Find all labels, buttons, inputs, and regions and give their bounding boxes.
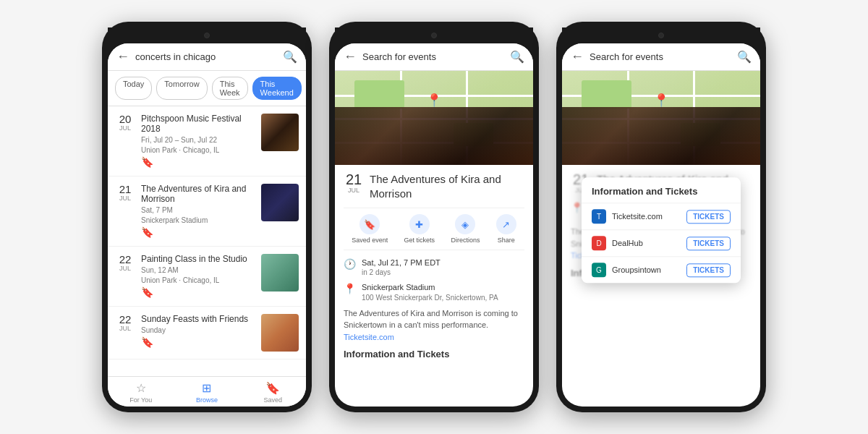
search-input-2[interactable]: Search for events <box>362 51 504 62</box>
event-sub1-3: Sun, 12 AM <box>141 265 255 276</box>
event-sub2-2: Snickerpark Stadium <box>141 216 255 226</box>
map-green-1-3 <box>582 80 631 109</box>
thumb-img-3 <box>261 254 299 292</box>
back-arrow-2[interactable]: ← <box>344 49 357 64</box>
nav-saved[interactable]: 🔖 Saved <box>240 381 306 404</box>
back-arrow-3[interactable]: ← <box>571 49 584 64</box>
crowd-img-3 <box>562 107 760 165</box>
event-list-1: 20 JUL Pitchspoon Music Festival 2018 Fr… <box>108 106 306 376</box>
modal-title: Information and Tickets <box>582 177 741 203</box>
detail-row-time: 🕐 Sat, Jul 21, 7 PM EDT in 2 days <box>344 258 524 276</box>
nav-label-for-you: For You <box>129 396 152 404</box>
event-date-month-4: JUL <box>119 325 131 332</box>
event-thumb-4 <box>261 314 299 352</box>
event-title-text-2: The Adventures of Kira and Morrison <box>370 172 524 200</box>
event-date-num-1: 20 <box>119 114 132 124</box>
scene: ← concerts in chicago 🔍 Today Tomorrow T… <box>0 0 868 434</box>
event-date-3: 22 JUL <box>115 254 135 299</box>
event-header-date-2: 21 JUL <box>344 172 364 194</box>
event-date-4: 22 JUL <box>115 314 135 352</box>
action-get-tickets[interactable]: ✚ Get tickets <box>404 214 435 244</box>
action-share[interactable]: ↗ Share <box>496 214 516 244</box>
list-item[interactable]: 22 JUL Painting Class in the Studio Sun,… <box>108 247 306 307</box>
event-link-2[interactable]: Ticketsite.com <box>344 333 394 341</box>
map-area-3: 📍 <box>562 71 760 165</box>
crowd-img-2 <box>335 107 533 165</box>
back-arrow-1[interactable]: ← <box>116 49 129 64</box>
directions-icon: ◈ <box>455 214 475 234</box>
camera-2 <box>431 33 437 38</box>
nav-browse[interactable]: ⊞ Browse <box>174 381 239 404</box>
action-label-share: Share <box>498 237 515 244</box>
event-venue-address: 100 West Snickerpark Dr, Snickertown, PA <box>362 294 498 302</box>
search-icon-2[interactable]: 🔍 <box>510 50 524 64</box>
event-date-num-2: 21 <box>119 184 132 195</box>
groupsintown-name: Groupsintown <box>612 265 681 274</box>
event-title-1: Pitchspoon Music Festival 2018 <box>141 114 255 134</box>
tickets-modal: Information and Tickets T Ticketsite.com… <box>582 177 741 283</box>
event-date-2: 21 JUL <box>115 184 135 239</box>
event-date-1: 20 JUL <box>115 114 135 169</box>
event-info-2: The Adventures of Kira and Morrison Sat,… <box>141 184 255 239</box>
phone-3: ← Search for events 🔍 📍 <box>556 22 766 412</box>
get-tickets-icon: ✚ <box>409 214 430 234</box>
action-saved-event[interactable]: 🔖 Saved event <box>352 214 388 244</box>
search-input-3[interactable]: Search for events <box>590 51 731 62</box>
event-info-3: Painting Class in the Studio Sun, 12 AM … <box>141 254 255 299</box>
event-date-month-1: JUL <box>119 124 131 132</box>
dealhub-btn[interactable]: TICKETS <box>686 237 731 250</box>
bookmark-icon-4[interactable]: 🔖 <box>141 336 153 348</box>
action-row-2: 🔖 Saved event ✚ Get tickets ◈ Directions… <box>344 208 524 250</box>
list-item[interactable]: 21 JUL The Adventures of Kira and Morris… <box>108 176 306 247</box>
event-date-num-3: 22 <box>119 254 132 265</box>
dealhub-name: DealHub <box>612 239 681 247</box>
modal-row-groupsintown[interactable]: G Groupsintown TICKETS <box>582 256 741 283</box>
event-thumb-1 <box>261 114 299 151</box>
action-label-directions: Directions <box>451 237 480 244</box>
map-pin-3: 📍 <box>653 93 669 109</box>
map-crowd-2 <box>335 107 533 165</box>
detail-time-info: Sat, Jul 21, 7 PM EDT in 2 days <box>362 258 441 276</box>
list-item[interactable]: 20 JUL Pitchspoon Music Festival 2018 Fr… <box>108 106 306 176</box>
ticketsite-btn[interactable]: TICKETS <box>686 210 731 224</box>
event-venue: Snickerpark Stadium <box>362 282 498 293</box>
nav-label-browse: Browse <box>196 396 218 404</box>
camera-3 <box>658 33 664 38</box>
list-item[interactable]: 22 JUL Sunday Feasts with Friends Sunday… <box>108 307 306 359</box>
phone-top-bar-2 <box>335 27 533 43</box>
event-sub1-4: Sunday <box>141 326 255 336</box>
phone-screen-1: ← concerts in chicago 🔍 Today Tomorrow T… <box>108 43 306 407</box>
modal-row-ticketsite[interactable]: T Ticketsite.com TICKETS <box>582 203 741 229</box>
modal-row-dealhub[interactable]: D DealHub TICKETS <box>582 229 741 256</box>
filter-tomorrow[interactable]: Tomorrow <box>156 77 207 100</box>
action-label-tickets: Get tickets <box>404 237 435 244</box>
search-bar-3: ← Search for events 🔍 <box>562 43 760 71</box>
filter-today[interactable]: Today <box>115 77 152 100</box>
phone-2: ← Search for events 🔍 📍 <box>329 22 539 412</box>
action-directions[interactable]: ◈ Directions <box>451 214 480 244</box>
thumb-img-2 <box>261 184 299 221</box>
filter-this-weekend[interactable]: This Weekend <box>252 77 302 100</box>
search-icon-1[interactable]: 🔍 <box>283 50 297 64</box>
bookmark-icon-2[interactable]: 🔖 <box>141 226 153 238</box>
event-header-2: 21 JUL The Adventures of Kira and Morris… <box>344 172 524 200</box>
phone-screen-2: ← Search for events 🔍 📍 <box>335 43 533 407</box>
groupsintown-btn[interactable]: TICKETS <box>686 263 731 277</box>
thumb-img-1 <box>261 114 299 151</box>
event-sub2-1: Union Park · Chicago, IL <box>141 145 255 156</box>
filter-this-week[interactable]: This Week <box>212 77 248 100</box>
search-icon-3[interactable]: 🔍 <box>737 50 752 64</box>
search-input-1[interactable]: concerts in chicago <box>135 51 277 62</box>
nav-icon-for-you: ☆ <box>136 381 146 395</box>
thumb-img-4 <box>261 314 299 352</box>
groupsintown-logo: G <box>592 263 606 277</box>
filter-row-1: Today Tomorrow This Week This Weekend <box>108 71 306 106</box>
bookmark-icon-3[interactable]: 🔖 <box>141 286 153 298</box>
nav-label-saved: Saved <box>264 396 283 404</box>
tickets-section-title-2: Information and Tickets <box>344 349 524 359</box>
bookmark-icon-1[interactable]: 🔖 <box>141 156 153 168</box>
map-green-1 <box>354 80 404 109</box>
event-datetime: Sat, Jul 21, 7 PM EDT <box>362 258 441 268</box>
nav-for-you[interactable]: ☆ For You <box>108 381 174 404</box>
detail-row-venue: 📍 Snickerpark Stadium 100 West Snickerpa… <box>344 282 524 301</box>
